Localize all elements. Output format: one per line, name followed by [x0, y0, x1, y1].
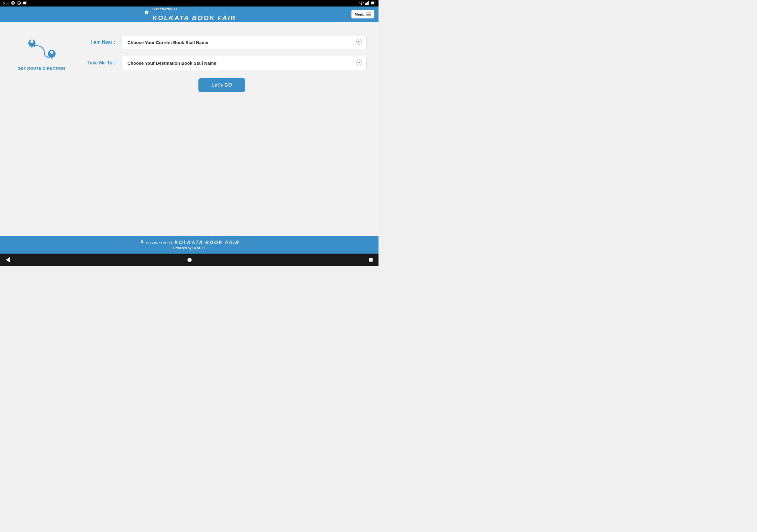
svg-text:KBF: KBF — [140, 241, 143, 242]
header-title-text: international Kolkata Book Fair — [153, 7, 236, 22]
home-icon — [188, 258, 192, 262]
svg-rect-8 — [369, 1, 369, 5]
svg-point-4 — [361, 4, 362, 5]
svg-rect-2 — [27, 2, 27, 4]
status-right — [359, 1, 376, 6]
destination-select[interactable]: Choose Your Destination Book Stall Name — [121, 56, 367, 70]
form-section: I am Near : Choose Your Current Book Sta… — [77, 34, 367, 92]
status-left: 5:06 — [3, 1, 27, 6]
footer-intl-label: international — [146, 242, 173, 244]
app-header: KBF international international Kolkata … — [0, 7, 378, 22]
get-route-label: GET ROUTE DIRECTION — [18, 66, 65, 71]
route-direction-icon — [24, 37, 59, 63]
svg-rect-3 — [23, 2, 27, 4]
svg-rect-6 — [366, 3, 367, 5]
svg-rect-5 — [365, 3, 366, 5]
destination-row: Take Me To : Choose Your Destination Boo… — [77, 56, 367, 70]
svg-point-18 — [50, 51, 53, 54]
footer-brand-name: Kolkata Book Fair — [175, 240, 240, 245]
footer-powered: Powered by CESC IT — [173, 246, 205, 250]
svg-point-16 — [30, 40, 33, 43]
brand-name: Kolkata Book Fair — [153, 14, 236, 21]
current-dropdown-wrapper: Choose Your Current Book Stall Name — [121, 35, 367, 49]
intl-label: international — [153, 8, 178, 11]
svg-rect-11 — [371, 2, 374, 4]
home-button[interactable] — [188, 258, 192, 262]
bottom-nav — [0, 253, 378, 266]
hamburger-icon — [366, 13, 371, 16]
current-label: I am Near : — [77, 40, 115, 45]
header-title: KBF international international Kolkata … — [142, 7, 236, 22]
recents-button[interactable] — [369, 258, 373, 262]
app-footer: KBF international Kolkata Book Fair Powe… — [0, 236, 378, 253]
footer-title: KBF international Kolkata Book Fair — [139, 240, 239, 246]
signal-icon — [365, 1, 369, 6]
svg-text:KBF: KBF — [144, 12, 149, 13]
destination-label: Take Me To : — [77, 60, 115, 66]
alarm-icon — [11, 1, 15, 6]
battery-right-icon — [371, 1, 376, 5]
clock-icon — [17, 1, 21, 6]
footer-logo-icon: KBF — [139, 240, 145, 246]
wifi-icon — [359, 1, 364, 6]
destination-dropdown-wrapper: Choose Your Destination Book Stall Name — [121, 56, 367, 70]
status-bar: 5:06 — [0, 0, 378, 7]
lets-go-button[interactable]: Let's GO — [198, 78, 245, 92]
svg-rect-7 — [367, 2, 368, 5]
menu-label: Menu — [354, 12, 365, 16]
header-logo-icon: KBF international — [142, 10, 151, 18]
left-section: GET ROUTE DIRECTION — [12, 34, 71, 71]
back-icon — [6, 257, 10, 262]
battery-icon — [23, 1, 27, 5]
content-area: GET ROUTE DIRECTION I am Near : Choose Y… — [12, 31, 367, 92]
back-button[interactable] — [6, 257, 10, 262]
svg-text:international: international — [145, 11, 151, 12]
time-display: 5:06 — [3, 1, 9, 5]
recents-icon — [369, 258, 373, 262]
main-content: GET ROUTE DIRECTION I am Near : Choose Y… — [0, 22, 378, 236]
current-location-select[interactable]: Choose Your Current Book Stall Name — [121, 35, 367, 49]
menu-button[interactable]: Menu — [351, 10, 374, 18]
svg-rect-10 — [375, 2, 375, 4]
current-location-row: I am Near : Choose Your Current Book Sta… — [77, 35, 367, 49]
